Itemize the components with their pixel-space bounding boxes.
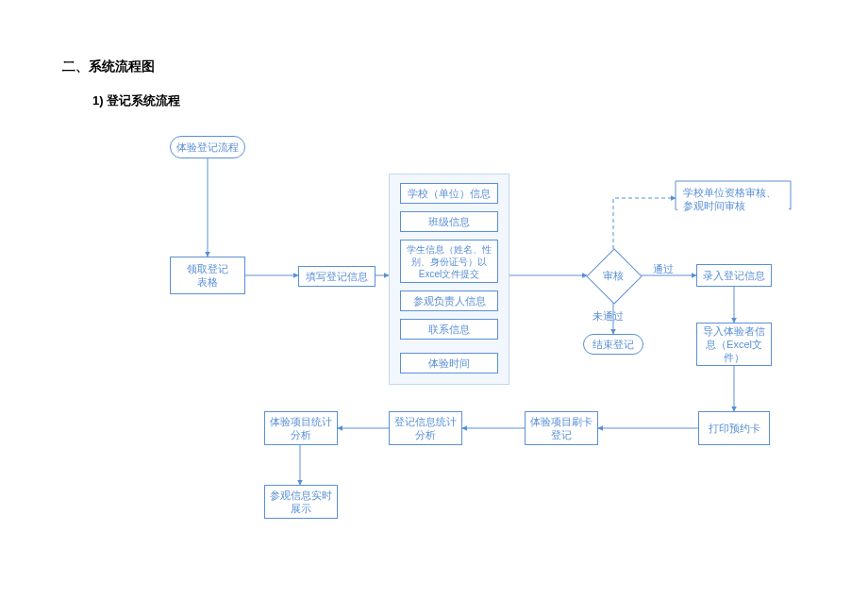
start-terminator: 体验登记流程 xyxy=(170,136,245,158)
detail-student: 学生信息（姓名、性别、身份证号）以Excel文件提交 xyxy=(400,240,498,283)
flowchart-canvas: 二、系统流程图 1) 登记系统流程 xyxy=(0,0,868,614)
detail-visit-leader: 参观负责人信息 xyxy=(400,290,498,311)
process-input-info: 录入登记信息 xyxy=(696,264,772,287)
note-review-detail: 学校单位资格审核、参观时间审核 xyxy=(677,182,789,217)
detail-class: 班级信息 xyxy=(400,211,498,232)
process-swipe-register: 体验项目刷卡登记 xyxy=(525,411,598,445)
process-import-info: 导入体验者信息（Excel文件） xyxy=(696,323,772,366)
decision-review-label: 审核 xyxy=(587,249,640,302)
end-registration-terminator: 结束登记 xyxy=(583,334,643,355)
detail-school: 学校（单位）信息 xyxy=(400,183,498,204)
decision-review: 审核 xyxy=(587,249,640,302)
process-project-stats: 体验项目统计分析 xyxy=(264,411,338,445)
process-print-card: 打印预约卡 xyxy=(698,411,770,445)
process-reg-stats: 登记信息统计分析 xyxy=(389,411,462,445)
detail-contact: 联系信息 xyxy=(400,319,498,340)
edge-fail: 未通过 xyxy=(593,309,624,324)
section-heading: 二、系统流程图 xyxy=(62,58,155,75)
subsection-heading: 1) 登记系统流程 xyxy=(92,92,180,109)
detail-experience-time: 体验时间 xyxy=(400,353,498,373)
process-fill-info: 填写登记信息 xyxy=(298,266,376,287)
process-visit-display: 参观信息实时展示 xyxy=(264,485,338,519)
process-collect-form: 领取登记 表格 xyxy=(170,257,245,294)
edge-pass: 通过 xyxy=(653,262,674,276)
